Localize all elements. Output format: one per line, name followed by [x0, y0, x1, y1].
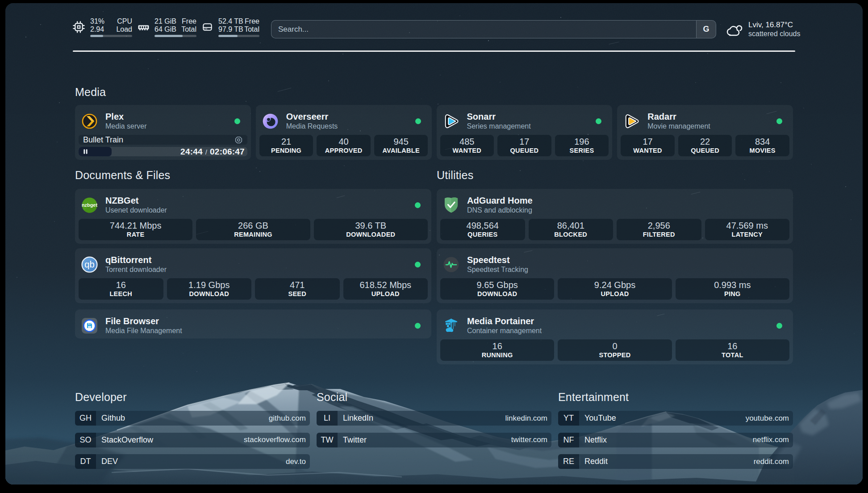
qbittorrent-link[interactable]: qb qBittorrent Torrent downloader: [79, 252, 428, 274]
adguard-icon: [443, 197, 459, 213]
cpu-widget: 31%CPU 2.94Load: [73, 17, 132, 38]
section-title-entertainment: Entertainment: [558, 364, 793, 404]
top-bar: 31%CPU 2.94Load 21 G: [73, 3, 795, 50]
card-portainer: Media Portainer Container management 16R…: [437, 309, 793, 364]
disk-widget: 52.4 TBFree 97.9 TBTotal: [202, 17, 259, 38]
bookmark-url: github.com: [269, 411, 310, 426]
bookmark-reddit[interactable]: RE Reddit reddit.com: [558, 454, 793, 469]
bookmark-abbr: NF: [558, 433, 579, 447]
nzbget-desc: Usenet downloader: [105, 206, 167, 214]
bookmark-name: DEV: [96, 454, 118, 469]
adguard-link[interactable]: AdGuard Home DNS and adblocking: [440, 192, 789, 214]
sonarr-link[interactable]: Sonarr Series management: [440, 109, 609, 130]
radarr-status-dot: [776, 118, 782, 124]
adguard-name: AdGuard Home: [467, 196, 533, 206]
bookmark-name: Twitter: [338, 433, 367, 447]
bookmark-youtube[interactable]: YT YouTube youtube.com: [558, 411, 793, 426]
plex-name: Plex: [105, 112, 146, 122]
card-adguard: AdGuard Home DNS and adblocking 498,564Q…: [437, 189, 793, 244]
nzbget-icon-text: nzbget: [82, 202, 97, 208]
nzbget-icon: nzbget: [81, 197, 98, 213]
stat-box: 196SERIES: [555, 135, 609, 156]
bookmark-stackoverflow[interactable]: SO StackOverflow stackoverflow.com: [75, 433, 310, 447]
nzbget-name: NZBGet: [105, 196, 167, 206]
search-provider-button[interactable]: G: [696, 21, 716, 38]
utilities-column: Utilities AdGu: [437, 160, 793, 364]
section-title-developer: Developer: [75, 364, 310, 404]
stat-box: 16TOTAL: [676, 339, 789, 361]
cpu-progress-fill: [90, 35, 103, 37]
overseerr-status-dot: [415, 118, 421, 124]
stat-box: 40APPROVED: [317, 135, 371, 156]
plex-link[interactable]: Plex Media server: [79, 109, 247, 130]
stat-box: 16RUNNING: [440, 339, 554, 361]
resource-widgets: 31%CPU 2.94Load 21 G: [73, 17, 259, 38]
bookmark-dev[interactable]: DT DEV dev.to: [75, 454, 310, 469]
nzbget-status-dot: [415, 202, 421, 208]
bookmark-url: stackoverflow.com: [244, 433, 310, 447]
portainer-icon: [443, 318, 459, 334]
video-icon: [234, 136, 243, 144]
bookmark-twitter[interactable]: TW Twitter twitter.com: [317, 433, 551, 447]
middle-columns: Documents & Files nzbget: [75, 160, 793, 364]
bookmark-netflix[interactable]: NF Netflix netflix.com: [558, 433, 793, 447]
bookmark-github[interactable]: GH Github github.com: [75, 411, 310, 426]
disk-label1: Free: [245, 17, 259, 25]
stat-box: 471SEED: [255, 278, 340, 300]
overseerr-stats: 21PENDING 40APPROVED 945AVAILABLE: [259, 135, 428, 156]
section-title-media: Media: [75, 52, 793, 99]
bookmark-name: Reddit: [579, 454, 608, 469]
speedtest-link[interactable]: Speedtest Speedtest Tracking: [440, 252, 789, 274]
radarr-icon: [623, 113, 640, 130]
card-overseerr: Overseerr Media Requests 21PENDING 40APP…: [256, 105, 432, 160]
bookmark-abbr: TW: [317, 433, 338, 447]
stat-box: 21PENDING: [259, 135, 313, 156]
adguard-stats: 498,564QUERIES 86,401BLOCKED 2,956FILTER…: [440, 219, 789, 240]
filebrowser-link[interactable]: File Browser Media File Management: [79, 313, 428, 335]
stat-box: 39.6 TBDOWNLOADED: [314, 219, 428, 240]
speedtest-desc: Speedtest Tracking: [467, 265, 528, 274]
portainer-link[interactable]: Media Portainer Container management: [440, 313, 789, 335]
stat-box: 9.24 GbpsUPLOAD: [558, 278, 672, 300]
portainer-name: Media Portainer: [467, 316, 542, 326]
stat-box: 17QUEUED: [497, 135, 551, 156]
cpu-label1: CPU: [117, 17, 132, 25]
section-title-utilities: Utilities: [437, 160, 793, 182]
portainer-status-dot: [776, 323, 782, 329]
stat-box: 9.65 GbpsDOWNLOAD: [440, 278, 554, 300]
stat-box: 0STOPPED: [558, 339, 672, 361]
plex-desc: Media server: [105, 122, 146, 130]
bookmark-name: StackOverflow: [96, 433, 153, 447]
cpu-percent: 31%: [90, 17, 104, 25]
sonarr-icon: [443, 113, 459, 130]
bookmark-abbr: YT: [558, 411, 579, 426]
sonarr-status-dot: [596, 118, 601, 124]
overseerr-link[interactable]: Overseerr Media Requests: [259, 109, 428, 130]
bookmark-abbr: GH: [75, 411, 96, 426]
disk-free: 52.4 TB: [218, 17, 243, 25]
nzbget-link[interactable]: nzbget NZBGet Usenet downloader: [79, 192, 428, 214]
radarr-desc: Movie management: [647, 122, 710, 130]
bookmark-url: twitter.com: [511, 433, 551, 447]
bookmark-name: Github: [96, 411, 125, 426]
plex-icon: [81, 113, 98, 130]
qbittorrent-stats: 16LEECH 1.19 GbpsDOWNLOAD 471SEED 618.52…: [79, 278, 428, 300]
speedtest-name: Speedtest: [467, 255, 528, 265]
bookmark-url: youtube.com: [746, 411, 793, 426]
search-input[interactable]: [271, 21, 696, 38]
bookmark-url: linkedin.com: [505, 411, 552, 426]
plex-status-dot: [234, 118, 240, 124]
memory-label1: Free: [182, 17, 196, 25]
bookmark-url: dev.to: [286, 454, 310, 469]
section-title-documents: Documents & Files: [75, 160, 431, 182]
qbittorrent-name: qBittorrent: [105, 255, 167, 265]
card-sonarr: Sonarr Series management 485WANTED 17QUE…: [437, 105, 613, 160]
sonarr-name: Sonarr: [467, 112, 531, 122]
filebrowser-desc: Media File Management: [105, 326, 182, 335]
bookmark-linkedin[interactable]: LI LinkedIn linkedin.com: [317, 411, 551, 426]
cpu-progress-track: [90, 35, 132, 37]
card-filebrowser: File Browser Media File Management: [75, 309, 431, 338]
stat-box: 16LEECH: [79, 278, 163, 300]
radarr-link[interactable]: Radarr Movie management: [621, 109, 789, 130]
card-nzbget: nzbget NZBGet Usenet downloader 744.21 M…: [75, 189, 431, 244]
